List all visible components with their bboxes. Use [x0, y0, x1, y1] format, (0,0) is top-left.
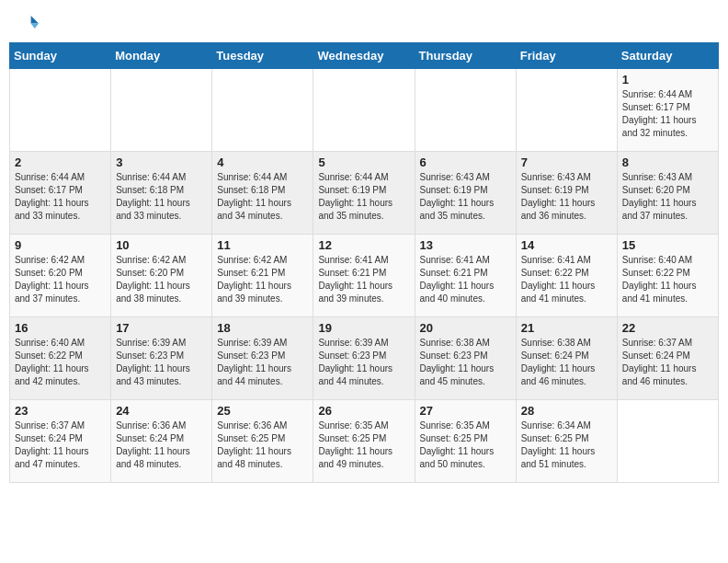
calendar-week-2: 2Sunrise: 6:44 AM Sunset: 6:17 PM Daylig…: [10, 152, 719, 235]
calendar-cell: 3Sunrise: 6:44 AM Sunset: 6:18 PM Daylig…: [111, 152, 212, 235]
day-number: 13: [420, 238, 511, 252]
calendar-body: 1Sunrise: 6:44 AM Sunset: 6:17 PM Daylig…: [10, 69, 719, 483]
day-number: 24: [116, 404, 207, 418]
calendar-cell: 26Sunrise: 6:35 AM Sunset: 6:25 PM Dayli…: [313, 400, 415, 483]
calendar-week-4: 16Sunrise: 6:40 AM Sunset: 6:22 PM Dayli…: [10, 317, 719, 400]
calendar-cell: [212, 69, 313, 152]
calendar-week-1: 1Sunrise: 6:44 AM Sunset: 6:17 PM Daylig…: [10, 69, 719, 152]
day-info: Sunrise: 6:44 AM Sunset: 6:18 PM Dayligh…: [217, 171, 308, 223]
day-info: Sunrise: 6:36 AM Sunset: 6:24 PM Dayligh…: [116, 419, 207, 471]
day-info: Sunrise: 6:40 AM Sunset: 6:22 PM Dayligh…: [622, 254, 713, 305]
day-number: 18: [217, 321, 308, 335]
calendar-cell: 2Sunrise: 6:44 AM Sunset: 6:17 PM Daylig…: [10, 152, 111, 235]
day-number: 10: [116, 238, 207, 252]
day-info: Sunrise: 6:43 AM Sunset: 6:19 PM Dayligh…: [521, 171, 612, 223]
day-info: Sunrise: 6:42 AM Sunset: 6:21 PM Dayligh…: [217, 254, 308, 305]
day-info: Sunrise: 6:44 AM Sunset: 6:17 PM Dayligh…: [15, 171, 106, 223]
day-info: Sunrise: 6:35 AM Sunset: 6:25 PM Dayligh…: [318, 419, 409, 471]
day-number: 5: [318, 155, 409, 169]
day-info: Sunrise: 6:41 AM Sunset: 6:21 PM Dayligh…: [318, 254, 409, 305]
day-info: Sunrise: 6:43 AM Sunset: 6:19 PM Dayligh…: [420, 171, 511, 223]
day-info: Sunrise: 6:34 AM Sunset: 6:25 PM Dayligh…: [521, 419, 612, 471]
calendar-cell: 28Sunrise: 6:34 AM Sunset: 6:25 PM Dayli…: [516, 400, 617, 483]
calendar-cell: 22Sunrise: 6:37 AM Sunset: 6:24 PM Dayli…: [617, 317, 718, 400]
calendar-cell: 18Sunrise: 6:39 AM Sunset: 6:23 PM Dayli…: [212, 317, 313, 400]
calendar-cell: 27Sunrise: 6:35 AM Sunset: 6:25 PM Dayli…: [415, 400, 516, 483]
calendar-cell: 12Sunrise: 6:41 AM Sunset: 6:21 PM Dayli…: [313, 235, 415, 317]
day-info: Sunrise: 6:36 AM Sunset: 6:25 PM Dayligh…: [217, 419, 308, 471]
calendar-cell: [10, 69, 111, 152]
day-number: 6: [420, 155, 511, 169]
day-info: Sunrise: 6:41 AM Sunset: 6:22 PM Dayligh…: [521, 254, 612, 305]
day-number: 15: [622, 238, 713, 252]
day-info: Sunrise: 6:41 AM Sunset: 6:21 PM Dayligh…: [420, 254, 511, 305]
day-info: Sunrise: 6:39 AM Sunset: 6:23 PM Dayligh…: [116, 337, 207, 388]
calendar-cell: [415, 69, 516, 152]
day-info: Sunrise: 6:35 AM Sunset: 6:25 PM Dayligh…: [420, 419, 511, 471]
weekday-header-tuesday: Tuesday: [212, 43, 313, 69]
day-number: 7: [521, 155, 612, 169]
calendar-cell: 8Sunrise: 6:43 AM Sunset: 6:20 PM Daylig…: [617, 152, 718, 235]
calendar-cell: 15Sunrise: 6:40 AM Sunset: 6:22 PM Dayli…: [617, 235, 718, 317]
day-number: 20: [420, 321, 511, 335]
day-number: 9: [15, 238, 106, 252]
calendar-cell: 19Sunrise: 6:39 AM Sunset: 6:23 PM Dayli…: [313, 317, 415, 400]
calendar-cell: 11Sunrise: 6:42 AM Sunset: 6:21 PM Dayli…: [212, 235, 313, 317]
calendar-week-3: 9Sunrise: 6:42 AM Sunset: 6:20 PM Daylig…: [10, 235, 719, 317]
day-number: 26: [318, 404, 409, 418]
weekday-header-sunday: Sunday: [10, 43, 111, 69]
calendar-cell: 16Sunrise: 6:40 AM Sunset: 6:22 PM Dayli…: [10, 317, 111, 400]
logo: [13, 9, 42, 35]
day-number: 14: [521, 238, 612, 252]
calendar-header: SundayMondayTuesdayWednesdayThursdayFrid…: [10, 43, 719, 69]
day-number: 19: [318, 321, 409, 335]
weekday-header-wednesday: Wednesday: [313, 43, 415, 69]
day-number: 21: [521, 321, 612, 335]
weekday-header-friday: Friday: [516, 43, 617, 69]
day-info: Sunrise: 6:44 AM Sunset: 6:17 PM Dayligh…: [622, 88, 713, 140]
day-info: Sunrise: 6:39 AM Sunset: 6:23 PM Dayligh…: [318, 337, 409, 388]
calendar-cell: 20Sunrise: 6:38 AM Sunset: 6:23 PM Dayli…: [415, 317, 516, 400]
day-number: 4: [217, 155, 308, 169]
day-info: Sunrise: 6:37 AM Sunset: 6:24 PM Dayligh…: [622, 337, 713, 388]
calendar-cell: 9Sunrise: 6:42 AM Sunset: 6:20 PM Daylig…: [10, 235, 111, 317]
calendar-cell: 6Sunrise: 6:43 AM Sunset: 6:19 PM Daylig…: [415, 152, 516, 235]
day-number: 28: [521, 404, 612, 418]
day-info: Sunrise: 6:44 AM Sunset: 6:18 PM Dayligh…: [116, 171, 207, 223]
calendar-cell: 5Sunrise: 6:44 AM Sunset: 6:19 PM Daylig…: [313, 152, 415, 235]
day-info: Sunrise: 6:42 AM Sunset: 6:20 PM Dayligh…: [116, 254, 207, 305]
calendar-cell: 7Sunrise: 6:43 AM Sunset: 6:19 PM Daylig…: [516, 152, 617, 235]
day-info: Sunrise: 6:37 AM Sunset: 6:24 PM Dayligh…: [15, 419, 106, 471]
day-info: Sunrise: 6:43 AM Sunset: 6:20 PM Dayligh…: [622, 171, 713, 223]
calendar-week-5: 23Sunrise: 6:37 AM Sunset: 6:24 PM Dayli…: [10, 400, 719, 483]
calendar-cell: 4Sunrise: 6:44 AM Sunset: 6:18 PM Daylig…: [212, 152, 313, 235]
calendar-cell: [617, 400, 718, 483]
day-number: 3: [116, 155, 207, 169]
weekday-header-row: SundayMondayTuesdayWednesdayThursdayFrid…: [10, 43, 719, 69]
day-number: 25: [217, 404, 308, 418]
svg-marker-1: [31, 23, 39, 29]
weekday-header-saturday: Saturday: [617, 43, 718, 69]
calendar-cell: [313, 69, 415, 152]
day-info: Sunrise: 6:38 AM Sunset: 6:23 PM Dayligh…: [420, 337, 511, 388]
calendar-cell: 21Sunrise: 6:38 AM Sunset: 6:24 PM Dayli…: [516, 317, 617, 400]
day-number: 1: [622, 73, 713, 86]
day-info: Sunrise: 6:39 AM Sunset: 6:23 PM Dayligh…: [217, 337, 308, 388]
calendar-cell: 1Sunrise: 6:44 AM Sunset: 6:17 PM Daylig…: [617, 69, 718, 152]
calendar-cell: 13Sunrise: 6:41 AM Sunset: 6:21 PM Dayli…: [415, 235, 516, 317]
calendar-cell: 24Sunrise: 6:36 AM Sunset: 6:24 PM Dayli…: [111, 400, 212, 483]
day-info: Sunrise: 6:44 AM Sunset: 6:19 PM Dayligh…: [318, 171, 409, 223]
calendar-cell: [516, 69, 617, 152]
weekday-header-thursday: Thursday: [415, 43, 516, 69]
day-info: Sunrise: 6:42 AM Sunset: 6:20 PM Dayligh…: [15, 254, 106, 305]
calendar-cell: 17Sunrise: 6:39 AM Sunset: 6:23 PM Dayli…: [111, 317, 212, 400]
calendar-cell: 14Sunrise: 6:41 AM Sunset: 6:22 PM Dayli…: [516, 235, 617, 317]
day-number: 17: [116, 321, 207, 335]
day-number: 22: [622, 321, 713, 335]
day-number: 2: [15, 155, 106, 169]
svg-marker-0: [31, 16, 39, 23]
day-number: 27: [420, 404, 511, 418]
header: [9, 9, 719, 35]
day-number: 8: [622, 155, 713, 169]
day-number: 11: [217, 238, 308, 252]
